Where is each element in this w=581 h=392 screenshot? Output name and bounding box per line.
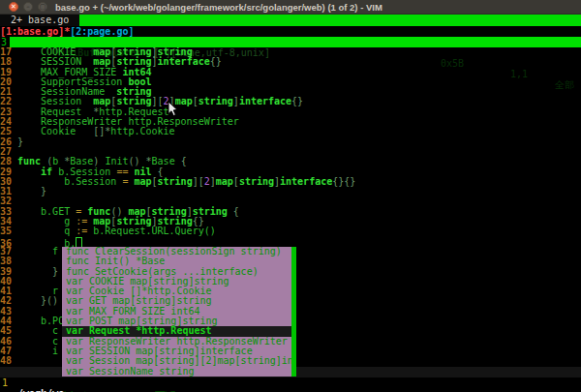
mouse-cursor-icon [168, 102, 178, 121]
code-token: interface [280, 176, 332, 187]
code-token: b.Request.URL.Query() [87, 226, 215, 236]
code-token: interface [239, 96, 291, 106]
tab-current[interactable]: 2+ base.go [0, 15, 79, 26]
code-token: {} [210, 56, 222, 67]
code-token: [] [93, 126, 105, 136]
code-token: interface [158, 56, 210, 67]
code-token: map [216, 176, 233, 187]
file-path: ~/work/we [12, 388, 64, 392]
completion-item[interactable]: var ResponseWriter http.ResponseWriter [62, 337, 296, 347]
code-line[interactable]: 25 Cookie []*http.Cookie [0, 127, 581, 136]
buffer-number: 1 [2, 377, 8, 388]
tabline: 2+ base.go [0, 15, 581, 26]
completion-item[interactable]: func SetCookie(args ...interface) [62, 267, 296, 277]
window-controls: ✕ – ▢ [9, 2, 47, 12]
code-token: } [17, 136, 23, 147]
window-title: base.go + (~/work/web/golanger/framework… [55, 2, 382, 13]
titlebar: ✕ – ▢ base.go + (~/work/web/golanger/fra… [0, 0, 581, 15]
line-number: 48 [0, 356, 12, 366]
code-token: { [228, 206, 239, 217]
completion-item-selected[interactable]: var Request *http.Request [62, 326, 296, 336]
minibufexplorer-list: [1:base.go]*[2:page.go] [0, 26, 581, 37]
code-token: string [199, 96, 233, 106]
code-token: http.Cookie [110, 126, 174, 136]
code-token: q [17, 226, 76, 236]
maximize-button[interactable]: ▢ [38, 2, 47, 12]
code-token: i [17, 346, 58, 356]
code-token: f [17, 246, 58, 256]
completion-item[interactable]: var MAX_FORM_SIZE int64 [62, 307, 296, 317]
code-line[interactable]: 26} [0, 137, 581, 147]
command-line: -- 全能补全 (^O^N^P) 匹配 9 / 14 [0, 377, 581, 392]
code-line[interactable]: 35 q := b.Request.URL.Query() [0, 226, 581, 236]
completion-item[interactable]: func ClearSession(sessionSign string) [62, 247, 296, 256]
code-token: string [158, 176, 193, 187]
code-token: map [134, 176, 151, 187]
code-token: { [175, 156, 187, 166]
completion-item[interactable]: var COOKIE map[string]string [62, 277, 296, 286]
code-token: }() [17, 295, 58, 306]
minibuf-buffer-inactive[interactable]: [2:page.go] [70, 26, 134, 37]
text-cursor [76, 237, 82, 248]
minimize-button[interactable]: – [23, 2, 33, 12]
line-number: 38 [0, 256, 12, 266]
code-token: } [17, 266, 58, 277]
vim-window: ✕ – ▢ base.go + (~/work/web/golanger/fra… [0, 0, 581, 392]
statusline-bar: -MiniBufExplorer- [-][none,utf-8,unix] 0… [10, 37, 581, 47]
minibufexplorer-statusline: 3 -MiniBufExplorer- [-][none,utf-8,unix]… [0, 37, 581, 47]
code-token: {}{} [332, 176, 355, 187]
close-button[interactable]: ✕ [9, 2, 18, 12]
code-line[interactable]: 31 } [0, 187, 581, 196]
buffer-number: 3 [1, 37, 7, 47]
completion-item[interactable]: var SessionName string [62, 367, 296, 377]
tabline-fill [79, 15, 581, 26]
code-line[interactable]: 30 b.Session = map[string][2]map[string]… [0, 177, 581, 187]
completion-item[interactable]: var POST map[string]string [62, 317, 296, 326]
code-token: } [17, 186, 46, 196]
completion-popup: func ClearSession(sessionSign string)fun… [62, 247, 296, 377]
code-token: {} [291, 96, 303, 106]
code-token: string [239, 176, 274, 187]
code-line[interactable]: 36 b. [0, 237, 581, 247]
completion-item[interactable]: var SESSION map[string]interface [62, 347, 296, 356]
completion-item[interactable]: var Session map[string][2]map[string]int… [62, 356, 296, 366]
code-token: := [76, 226, 87, 236]
completion-item[interactable]: var Cookie []*http.Cookie [62, 286, 296, 296]
completion-item[interactable]: var GET map[string]string [62, 296, 296, 306]
minibuf-buffer-active[interactable]: [1:base.go]* [0, 26, 70, 37]
code-token: Cookie [17, 126, 93, 136]
completion-item[interactable]: func Init() *Base [62, 256, 296, 266]
popup-scrollbar-thumb[interactable] [291, 247, 296, 377]
line-number: 35 [0, 226, 12, 236]
